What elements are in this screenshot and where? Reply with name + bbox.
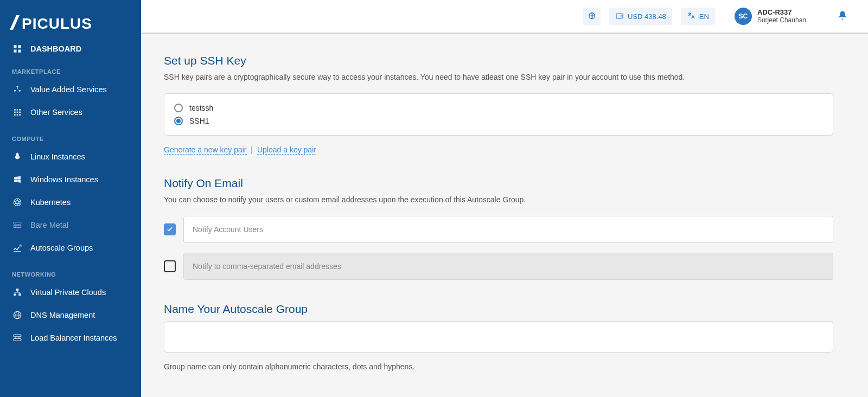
- svg-marker-0: [10, 15, 20, 30]
- radio-icon: [174, 117, 183, 125]
- sidebar-item-windows[interactable]: Windows Instances: [0, 168, 141, 191]
- content: Set up SSH Key SSH key pairs are a crypt…: [141, 34, 868, 397]
- sidebar-item-vpc[interactable]: Virtual Private Clouds: [0, 281, 141, 304]
- svg-rect-4: [14, 50, 16, 53]
- sidebar-item-linux[interactable]: Linux Instances: [0, 145, 141, 168]
- svg-marker-21: [17, 180, 21, 183]
- sidebar-item-label: DNS Management: [30, 311, 95, 319]
- svg-rect-16: [17, 114, 18, 116]
- section-subtitle: SSH key pairs are a cryptographically se…: [164, 73, 833, 81]
- section-notify: Notify On Email You can choose to notify…: [164, 177, 833, 280]
- svg-rect-5: [18, 50, 21, 53]
- svg-rect-30: [18, 293, 21, 296]
- sidebar-item-dns[interactable]: DNS Management: [0, 304, 141, 326]
- radio-icon: [174, 104, 183, 112]
- ssh-key-option[interactable]: SSH1: [174, 114, 823, 127]
- svg-marker-20: [14, 180, 17, 182]
- autoscale-icon: [12, 242, 23, 253]
- ssh-key-option[interactable]: testssh: [174, 101, 823, 114]
- network-icon: [12, 287, 23, 298]
- section-subtitle: You can choose to notify your users or c…: [164, 195, 833, 204]
- svg-rect-28: [16, 289, 19, 291]
- svg-rect-3: [18, 45, 21, 48]
- section-title: Set up SSH Key: [164, 54, 833, 67]
- sidebar-section-marketplace: MARKETPLACE: [0, 56, 141, 78]
- svg-marker-19: [17, 176, 21, 179]
- sidebar-item-label: Other Services: [30, 108, 82, 117]
- svg-rect-14: [19, 112, 21, 113]
- sidebar-item-vas[interactable]: Value Added Services: [0, 78, 141, 101]
- autoscale-group-name-input[interactable]: [164, 321, 833, 353]
- linux-icon: [12, 151, 23, 162]
- avatar: SC: [735, 8, 752, 25]
- balance-chip[interactable]: USD 438.48: [609, 8, 672, 25]
- sidebar-item-autoscale[interactable]: Autoscale Groups: [0, 236, 141, 259]
- link-separator: |: [251, 145, 253, 154]
- language-chip[interactable]: EN: [681, 8, 715, 25]
- svg-rect-24: [14, 222, 21, 225]
- svg-rect-34: [14, 339, 21, 341]
- sidebar-item-label: Virtual Private Clouds: [30, 288, 106, 297]
- ssh-key-name: testssh: [189, 104, 213, 112]
- sidebar: PICULUS DASHBOARD MARKETPLACE Value Adde…: [0, 0, 141, 397]
- dashboard-icon: [12, 43, 23, 54]
- sidebar-item-label: Autoscale Groups: [30, 244, 93, 252]
- sidebar-item-label: Load Balancer Instances: [30, 334, 117, 342]
- placeholder-text: Notify to comma-separated email addresse…: [193, 262, 341, 271]
- user-name: Surjeet Chauhan: [757, 17, 806, 24]
- upload-keypair-link[interactable]: Upload a key pair: [257, 145, 316, 155]
- svg-marker-18: [14, 177, 17, 180]
- svg-rect-15: [14, 114, 16, 116]
- translate-icon: [687, 11, 695, 22]
- sidebar-section-networking: NETWORKING: [0, 259, 141, 281]
- notify-account-checkbox[interactable]: [164, 223, 176, 235]
- svg-rect-9: [14, 109, 16, 111]
- notify-account-row: Notify Account Users: [164, 216, 833, 243]
- svg-rect-17: [19, 114, 21, 116]
- svg-rect-10: [17, 109, 18, 111]
- sidebar-item-label: Kubernetes: [30, 198, 71, 207]
- section-ssh: Set up SSH Key SSH key pairs are a crypt…: [164, 54, 833, 154]
- svg-rect-12: [14, 112, 16, 113]
- windows-icon: [12, 174, 23, 185]
- globe-icon: [12, 310, 23, 321]
- user-info: ADC-R337 Surjeet Chauhan: [757, 9, 806, 23]
- notify-custom-checkbox[interactable]: [164, 260, 176, 272]
- svg-point-22: [16, 201, 19, 204]
- world-icon: [588, 11, 596, 22]
- sidebar-item-load-balancer[interactable]: Load Balancer Instances: [0, 326, 141, 349]
- wallet-icon: [615, 11, 624, 22]
- globe-button[interactable]: [583, 8, 601, 25]
- sidebar-item-baremetal[interactable]: Bare Metal: [0, 214, 141, 236]
- svg-rect-11: [19, 109, 21, 111]
- ssh-key-name: SSH1: [189, 117, 209, 125]
- notify-custom-input[interactable]: Notify to comma-separated email addresse…: [183, 253, 833, 280]
- sidebar-item-label: Bare Metal: [30, 221, 68, 229]
- svg-rect-33: [14, 335, 21, 337]
- placeholder-text: Notify Account Users: [193, 225, 263, 234]
- main: USD 438.48 EN SC ADC-R337 Surjeet Chauha…: [141, 0, 868, 397]
- sidebar-item-label: Value Added Services: [30, 85, 107, 94]
- notify-account-input[interactable]: Notify Account Users: [183, 216, 833, 243]
- svg-point-37: [621, 15, 622, 16]
- grid-icon: [12, 107, 23, 118]
- sidebar-item-dashboard[interactable]: DASHBOARD: [0, 41, 141, 56]
- language-value: EN: [699, 12, 709, 21]
- bell-icon: [837, 15, 848, 23]
- svg-point-7: [14, 90, 16, 92]
- sidebar-item-label: Windows Instances: [30, 175, 98, 184]
- ssh-key-list: testssh SSH1: [164, 93, 833, 136]
- balance-value: USD 438.48: [628, 12, 666, 21]
- notifications-button[interactable]: [837, 10, 848, 23]
- section-title: Notify On Email: [164, 177, 833, 190]
- svg-point-27: [15, 226, 16, 227]
- generate-keypair-link[interactable]: Generate a new key pair: [164, 145, 247, 155]
- topbar: USD 438.48 EN SC ADC-R337 Surjeet Chauha…: [141, 0, 868, 34]
- user-menu[interactable]: SC ADC-R337 Surjeet Chauhan: [735, 8, 806, 25]
- sidebar-item-other[interactable]: Other Services: [0, 101, 141, 124]
- svg-rect-2: [14, 45, 16, 48]
- sidebar-section-compute: COMPUTE: [0, 124, 141, 145]
- kubernetes-icon: [12, 197, 23, 208]
- sidebar-item-kubernetes[interactable]: Kubernetes: [0, 191, 141, 214]
- name-hint: Group name can only contain alphanumeric…: [164, 362, 833, 371]
